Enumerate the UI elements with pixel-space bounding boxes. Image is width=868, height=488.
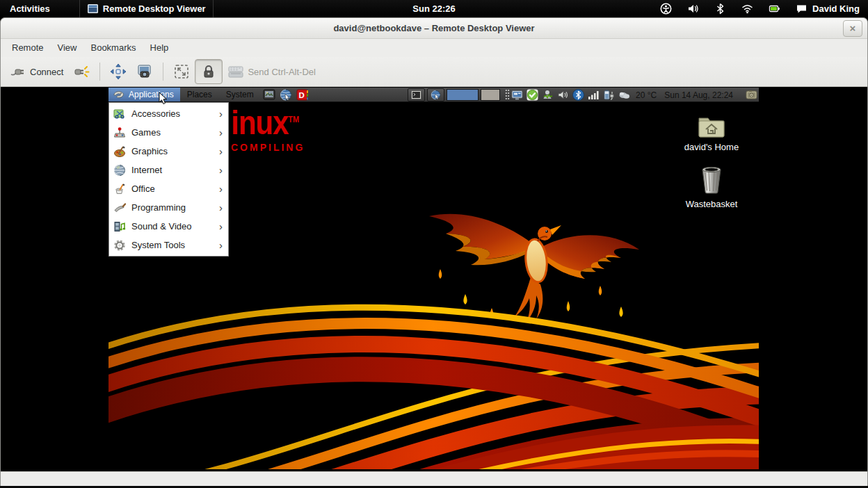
- menu-item-label: System Tools: [131, 240, 185, 250]
- scaling-button[interactable]: [168, 60, 195, 83]
- internet-icon: [113, 164, 126, 177]
- remote-screen[interactable]: inuxTM COMPILING: [108, 88, 759, 469]
- desktop-icon-label: Wastebasket: [673, 199, 750, 209]
- browser-window-icon: [431, 90, 441, 100]
- tray-updates-icon[interactable]: [527, 89, 538, 101]
- keyboard-icon: [227, 63, 244, 80]
- menu-item-system-tools[interactable]: System Tools ›: [109, 236, 228, 254]
- wallpaper-text: inuxTM COMPILING: [231, 106, 305, 153]
- tray-volume-icon[interactable]: [557, 89, 569, 101]
- chat-bubble-icon: [796, 3, 807, 15]
- send-ctrl-alt-del-label: Send Ctrl-Alt-Del: [248, 67, 316, 77]
- menu-item-label: Internet: [131, 165, 162, 175]
- panel-menu-places[interactable]: Places: [180, 88, 219, 101]
- web-browser-launcher-icon[interactable]: [280, 89, 292, 101]
- remote-desktop-viewer-window: david@netbookdave – Remote Desktop Viewe…: [0, 17, 868, 486]
- window-list-item-browser[interactable]: [427, 88, 444, 101]
- gnome-top-bar: Activities Remote Desktop Viewer Sun 22:…: [0, 0, 868, 17]
- desktop-icon-label: david's Home: [673, 142, 750, 152]
- window-toolbar: Connect Send Ctrl-Alt-Del: [1, 57, 867, 87]
- tray-signal-icon[interactable]: [588, 89, 600, 101]
- disconnect-button[interactable]: [68, 60, 95, 83]
- fullscreen-button[interactable]: [105, 60, 131, 83]
- window-list-item-terminal[interactable]: [408, 88, 425, 101]
- fullscreen-arrows-icon: [110, 63, 127, 80]
- office-icon: [113, 183, 126, 195]
- wifi-icon[interactable]: [741, 3, 753, 15]
- connect-button[interactable]: Connect: [5, 60, 68, 83]
- home-folder-icon: [697, 114, 726, 138]
- bluetooth-icon[interactable]: [714, 3, 726, 15]
- desktop-icon-home[interactable]: david's Home: [673, 114, 750, 152]
- toolbar-separator: [99, 63, 100, 81]
- keyboard-grab-button[interactable]: [195, 59, 223, 84]
- send-ctrl-alt-del-button[interactable]: Send Ctrl-Alt-Del: [223, 60, 321, 83]
- screenshot-button[interactable]: [131, 60, 158, 83]
- workspace-switcher-active[interactable]: [447, 89, 479, 101]
- submenu-arrow-icon: ›: [219, 127, 223, 138]
- remote-panel: Applications Places System D: [108, 88, 759, 102]
- menu-item-label: Games: [131, 127, 161, 138]
- panel-menu-system[interactable]: System: [219, 88, 261, 101]
- remote-view-area: inuxTM COMPILING: [1, 87, 867, 471]
- menu-item-office[interactable]: Office ›: [109, 179, 228, 198]
- panel-clock[interactable]: Sun 14 Aug, 22:24: [662, 90, 735, 100]
- menu-remote[interactable]: Remote: [5, 39, 51, 57]
- wallpaper-subtitle: COMPILING: [231, 142, 305, 153]
- panel-menu-applications[interactable]: Applications: [108, 88, 180, 101]
- menu-help[interactable]: Help: [143, 39, 176, 57]
- distro-gecko-icon: [112, 90, 125, 99]
- mouse-cursor: [159, 92, 168, 105]
- submenu-arrow-icon: ›: [219, 146, 223, 156]
- window-statusbar: [1, 471, 867, 487]
- svg-text:D: D: [298, 90, 304, 99]
- screenshot-camera-icon: [136, 63, 153, 80]
- submenu-arrow-icon: ›: [219, 184, 223, 194]
- menu-item-accessories[interactable]: Accessories ›: [109, 104, 228, 123]
- menu-item-games[interactable]: Games ›: [109, 123, 228, 142]
- lock-icon: [200, 63, 217, 80]
- tray-battery-icon[interactable]: [603, 89, 615, 101]
- menu-item-internet[interactable]: Internet ›: [109, 161, 228, 179]
- disconnect-plug-icon: [73, 63, 90, 80]
- panel-drag-handle[interactable]: [505, 89, 510, 101]
- menu-item-sound-video[interactable]: Sound & Video ›: [109, 217, 228, 236]
- menu-view[interactable]: View: [51, 39, 84, 57]
- tray-user-activity-icon[interactable]: [542, 89, 554, 101]
- menu-item-graphics[interactable]: Graphics ›: [109, 142, 228, 161]
- close-button[interactable]: ×: [843, 20, 862, 37]
- battery-icon[interactable]: [769, 3, 780, 15]
- scaling-icon: [173, 63, 190, 80]
- toolbar-separator: [163, 63, 163, 81]
- system-tools-icon: [113, 239, 126, 252]
- screenshot-launcher-icon[interactable]: [263, 89, 275, 101]
- accessories-icon: [113, 108, 126, 120]
- desktop-icon-wastebasket[interactable]: Wastebasket: [673, 164, 750, 209]
- workspace-switcher-other[interactable]: [481, 89, 500, 101]
- applications-menu: Accessories › Games › Graphics › Interne…: [108, 102, 229, 257]
- tray-screenshot-icon[interactable]: [746, 89, 757, 101]
- submenu-arrow-icon: ›: [219, 240, 223, 250]
- sound-video-icon: [113, 220, 126, 233]
- ribbon-wallpaper-art: [108, 247, 759, 469]
- dillo-launcher-icon[interactable]: D: [296, 89, 309, 101]
- accessibility-icon[interactable]: [660, 3, 672, 15]
- submenu-arrow-icon: ›: [219, 108, 223, 119]
- submenu-arrow-icon: ›: [219, 165, 223, 175]
- tray-bluetooth-icon[interactable]: [572, 89, 584, 101]
- tray-display-icon[interactable]: [511, 89, 523, 101]
- connect-plug-icon: [10, 63, 26, 80]
- window-title: david@netbookdave – Remote Desktop Viewe…: [333, 23, 534, 33]
- volume-icon[interactable]: [687, 3, 699, 15]
- menu-item-label: Graphics: [131, 146, 168, 156]
- submenu-arrow-icon: ›: [219, 221, 223, 231]
- panel-temperature[interactable]: 20 °C: [634, 90, 659, 100]
- tray-weather-icon[interactable]: [618, 89, 630, 101]
- user-name-label: David King: [812, 3, 860, 14]
- user-menu[interactable]: David King: [796, 3, 860, 15]
- menu-bookmarks[interactable]: Bookmarks: [83, 39, 143, 57]
- window-menubar: Remote View Bookmarks Help: [1, 39, 867, 57]
- menu-item-label: Programming: [131, 202, 186, 213]
- graphics-icon: [113, 145, 126, 158]
- menu-item-programming[interactable]: Programming ›: [109, 198, 228, 217]
